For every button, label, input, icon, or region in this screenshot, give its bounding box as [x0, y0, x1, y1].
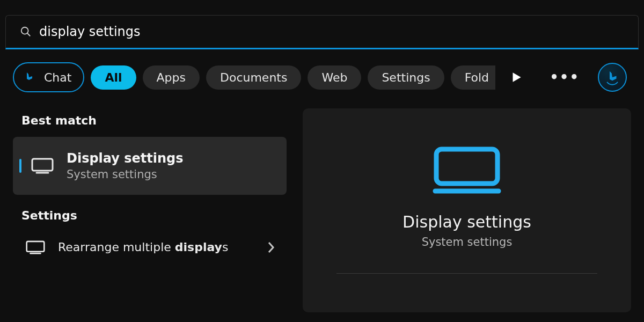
display-icon: [432, 146, 502, 194]
svg-rect-4: [27, 241, 45, 252]
filter-folders[interactable]: Fold: [451, 65, 495, 90]
results-list: Best match Display settings System setti…: [13, 108, 287, 312]
svg-rect-6: [436, 149, 497, 184]
result-text: Display settings System settings: [67, 151, 184, 181]
more-icon[interactable]: •••: [550, 69, 580, 85]
bing-icon: [604, 69, 620, 85]
filter-all[interactable]: All: [91, 65, 136, 90]
divider: [336, 273, 597, 274]
chevron-right-icon: [267, 241, 275, 254]
section-best-match: Best match: [21, 114, 287, 127]
filter-apps[interactable]: Apps: [143, 65, 200, 90]
preview-subtitle: System settings: [422, 236, 513, 248]
filter-chat-label: Chat: [44, 71, 71, 84]
search-input[interactable]: [39, 24, 624, 39]
svg-point-0: [21, 27, 28, 34]
section-settings: Settings: [21, 209, 287, 222]
svg-rect-2: [32, 159, 53, 171]
result-subtitle: System settings: [67, 168, 184, 181]
preview-panel: Display settings System settings: [303, 108, 631, 312]
display-icon: [26, 240, 45, 254]
bing-chat-button[interactable]: [598, 63, 627, 92]
filter-chat[interactable]: Chat: [13, 62, 84, 92]
search-bar[interactable]: [5, 15, 639, 49]
svg-line-1: [27, 33, 31, 36]
filter-documents[interactable]: Documents: [206, 65, 301, 90]
results-area: Best match Display settings System setti…: [0, 99, 644, 312]
result-title: Display settings: [67, 151, 184, 166]
best-match-result[interactable]: Display settings System settings: [13, 137, 287, 195]
selection-accent: [19, 159, 21, 173]
search-icon: [20, 26, 32, 38]
settings-result-label: Rearrange multiple displays: [58, 239, 267, 255]
filter-row: Chat All Apps Documents Web Settings Fol…: [0, 49, 644, 99]
bing-icon: [19, 68, 39, 87]
display-icon: [31, 158, 54, 174]
play-icon[interactable]: [509, 70, 523, 84]
filter-web[interactable]: Web: [308, 65, 361, 90]
preview-title: Display settings: [402, 213, 531, 231]
settings-result-item[interactable]: Rearrange multiple displays: [13, 232, 287, 263]
filter-settings[interactable]: Settings: [368, 65, 444, 90]
